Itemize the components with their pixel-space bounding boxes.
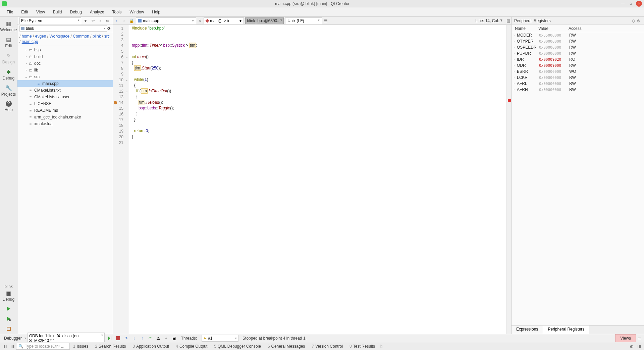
crumb-evgen[interactable]: evgen	[35, 34, 46, 39]
tree-item-CMakeLists-txt[interactable]: ≡CMakeLists.txt	[17, 87, 113, 94]
split-icon[interactable]: ▫	[97, 18, 103, 24]
output-pane-qml-debugger-console[interactable]: 5QML Debugger Console	[211, 344, 264, 349]
menu-debug[interactable]: Debug	[66, 8, 86, 16]
close-panel-icon[interactable]: ▭	[105, 18, 111, 24]
line-gutter[interactable]: 123456⌄78910⌄1112⌄131415161718192021	[113, 25, 129, 334]
toggle-sidebar2-icon[interactable]: ◨	[9, 344, 16, 349]
register-row-OTYPER[interactable]: ›OTYPER0x00000000RW	[512, 38, 644, 44]
nav-back-button[interactable]: ‹	[113, 17, 120, 24]
tree-item-build[interactable]: ›🗀build	[17, 53, 113, 60]
output-pane-general-messages[interactable]: 6General Messages	[264, 344, 308, 349]
register-row-AFRH[interactable]: ›AFRH0x00000000RW	[512, 87, 644, 93]
record-button[interactable]: ●	[163, 335, 170, 341]
output-pane-application-output[interactable]: 3Application Output	[129, 344, 172, 349]
menu-tools[interactable]: Tools	[108, 8, 126, 16]
thread-selector[interactable]: ➤#1▾	[202, 335, 238, 342]
cycle-panes-icon[interactable]: ⇅	[378, 344, 384, 349]
register-row-MODER[interactable]: ›MODER0x55000000RW	[512, 32, 644, 38]
crumb-home[interactable]: home	[22, 34, 32, 39]
output-pane-version-control[interactable]: 7Version Control	[308, 344, 346, 349]
tab-peripheral-registers[interactable]: Peripheral Registers	[543, 326, 589, 334]
tree-item-CMakeLists-txt-user[interactable]: ≡CMakeLists.txt.user	[17, 94, 113, 100]
menu-window[interactable]: Window	[126, 8, 148, 16]
mode-debug[interactable]: ✱Debug	[0, 66, 17, 83]
menu-edit[interactable]: Edit	[17, 8, 32, 16]
crumb-common[interactable]: Common	[73, 34, 89, 39]
restart-button[interactable]: ⟳	[147, 335, 154, 341]
panel-close-icon[interactable]: ⊗	[636, 18, 641, 23]
step-into-button[interactable]: ↓	[130, 335, 138, 341]
tree-item-README-md[interactable]: ≡README.md	[17, 107, 113, 114]
register-row-OSPEEDR[interactable]: ›OSPEEDR0x00000000RW	[512, 44, 644, 50]
output-pane-compile-output[interactable]: 4Compile Output	[172, 344, 211, 349]
run-debug-button[interactable]	[0, 314, 17, 324]
views-menu-icon[interactable]: ▭	[636, 336, 643, 341]
menu-view[interactable]: View	[32, 8, 49, 16]
step-out-button[interactable]: ↑	[139, 335, 146, 341]
tree-item-main-cpp[interactable]: ≡main.cpp	[17, 80, 113, 87]
continue-button[interactable]	[106, 335, 114, 341]
link-icon[interactable]: ⇔	[90, 18, 96, 24]
tree-item-LICENSE[interactable]: ≡LICENSE	[17, 100, 113, 107]
view-selector[interactable]: File System▾	[19, 17, 81, 24]
register-row-BSRR[interactable]: ›BSRR0x00000000WO	[512, 68, 644, 74]
minimize-button[interactable]: —	[620, 1, 626, 7]
stop-button[interactable]	[114, 335, 122, 341]
filter-icon[interactable]: ▼	[83, 18, 89, 24]
mode-help[interactable]: ?Help	[0, 99, 17, 114]
close-file-button[interactable]: ✕	[197, 18, 203, 23]
crumb-main[interactable]: main.cpp	[22, 39, 38, 44]
line-column-indicator[interactable]: Line: 14, Col: 7	[473, 18, 505, 23]
register-row-LCKR[interactable]: ›LCKR0x00000000RW	[512, 74, 644, 81]
close-button[interactable]: ✕	[636, 1, 642, 7]
register-row-IDR[interactable]: ›IDR0x00009020RO	[512, 56, 644, 62]
snapshot-button[interactable]: ▣	[171, 335, 178, 341]
tree-item-doc[interactable]: ›🗀doc	[17, 60, 113, 67]
file-selector[interactable]: main.cpp▾	[136, 17, 196, 24]
toggle-sidebar-icon[interactable]: ◧	[1, 344, 9, 349]
minimap[interactable]	[506, 25, 511, 334]
progress-icon[interactable]: ◐	[628, 344, 635, 349]
detach-button[interactable]: ⏏	[155, 335, 162, 341]
register-row-ODR[interactable]: ›ODR0x00009000RW	[512, 62, 644, 68]
menu-file[interactable]: File	[3, 8, 17, 16]
encoding-selector[interactable]: Unix (LF)▾	[285, 17, 322, 24]
maximize-button[interactable]: ◇	[628, 1, 634, 7]
mode-design[interactable]: ✎Design	[0, 50, 17, 66]
code-editor[interactable]: #include "bsp.hpp" mpp::tim::Timer< bsp:…	[129, 25, 506, 334]
build-button[interactable]	[0, 324, 17, 334]
register-row-AFRL[interactable]: ›AFRL0x00000000RW	[512, 81, 644, 87]
tree-item-xmake-lua[interactable]: ≡xmake.lua	[17, 120, 113, 127]
run-button[interactable]	[0, 304, 17, 314]
tree-item-arm_gcc_toolchain-cmake[interactable]: ≡arm_gcc_toolchain.cmake	[17, 114, 113, 120]
toggle-right-icon[interactable]: ◨	[635, 344, 643, 349]
output-pane-test-results[interactable]: 8Test Results	[346, 344, 378, 349]
project-selector[interactable]: blink ▾	[19, 26, 107, 32]
menu-analyze[interactable]: Analyze	[86, 8, 108, 16]
mode-edit[interactable]: ▤Edit	[0, 34, 17, 50]
output-pane-search-results[interactable]: 2Search Results	[92, 344, 129, 349]
step-over-button[interactable]: ↷	[122, 335, 130, 341]
mode-welcome[interactable]: ▦Welcome	[0, 18, 17, 34]
output-pane-issues[interactable]: 1Issues	[70, 344, 92, 349]
panel-menu-icon[interactable]: ◇	[631, 18, 636, 23]
split-editor-icon[interactable]: ▥	[505, 18, 511, 23]
outline-icon[interactable]: ☰	[323, 18, 329, 23]
crumb-src[interactable]: src	[104, 34, 110, 39]
locator-input[interactable]: 🔍Type to locate (Ctrl+...	[16, 343, 70, 350]
menu-build[interactable]: Build	[49, 8, 66, 16]
tree-item-lib[interactable]: ›🗀lib	[17, 67, 113, 73]
lock-icon[interactable]: 🔒	[128, 17, 135, 24]
tab-expressions[interactable]: Expressions	[512, 326, 543, 334]
breakpoint-selector[interactable]: blink_bp::@6890...▾	[245, 17, 284, 24]
crumb-blink[interactable]: blink	[93, 34, 101, 39]
crumb-workspace[interactable]: Workspace	[49, 34, 69, 39]
sync-icon[interactable]: ⟳	[107, 26, 111, 31]
views-button[interactable]: Views	[615, 334, 636, 342]
register-row-PUPDR[interactable]: ›PUPDR0x00000000RW	[512, 50, 644, 56]
kit-selector[interactable]: blink▣Debug	[0, 282, 17, 304]
tree-item-src[interactable]: ⌄🗀src	[17, 73, 113, 80]
function-selector[interactable]: main() -> int▾	[204, 17, 244, 24]
tree-item-bsp[interactable]: ›🗀bsp	[17, 47, 113, 53]
mode-projects[interactable]: 🔧Projects	[0, 83, 17, 99]
